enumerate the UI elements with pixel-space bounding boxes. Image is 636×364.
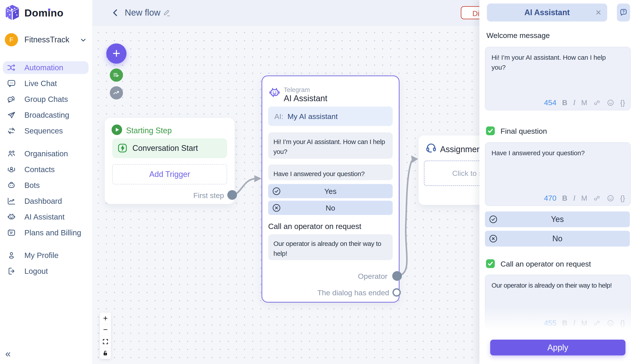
welcome-message-bubble: Hi! I’m your AI assistant. How can I hel… bbox=[268, 132, 393, 159]
macro-button[interactable]: M bbox=[581, 194, 587, 202]
sidebar-item-label: Group Chats bbox=[24, 95, 68, 104]
fit-view-icon bbox=[102, 338, 109, 345]
ai-assistant-panel: AI Assistant ✕ ? Welcome message Hi! I’m… bbox=[480, 0, 636, 364]
back-button[interactable] bbox=[111, 8, 120, 18]
macro-button[interactable]: M bbox=[581, 98, 587, 107]
variables-button[interactable]: {} bbox=[620, 194, 625, 202]
add-trigger-label: Add Trigger bbox=[113, 170, 227, 179]
sidebar-item-organisation[interactable]: Organisation bbox=[3, 147, 88, 160]
operator-port[interactable] bbox=[392, 271, 402, 281]
welcome-message-label: Welcome message bbox=[486, 31, 550, 40]
operator-section-label: Call an operator on request bbox=[268, 222, 361, 231]
sidebar-item-label: AI Assistant bbox=[24, 212, 64, 221]
chevron-down-icon bbox=[80, 36, 87, 44]
canvas-zoom-controls: + − bbox=[100, 313, 111, 359]
welcome-message-textarea[interactable]: Hi! I’m your AI assistant. How can I hel… bbox=[485, 47, 631, 110]
sidebar-item-logout[interactable]: Logout bbox=[3, 265, 88, 278]
dialog-end-port-label: The dialog has ended bbox=[317, 288, 389, 297]
sidebar-item-ai-assistant[interactable]: AI Assistant bbox=[3, 210, 88, 223]
final-question-checkbox[interactable] bbox=[486, 126, 495, 135]
bold-button[interactable]: B bbox=[562, 194, 568, 202]
people-icon bbox=[6, 149, 16, 158]
panel-no-button[interactable]: No bbox=[485, 231, 630, 246]
assignment-title: Assignment bbox=[440, 145, 484, 154]
stats-button[interactable] bbox=[110, 86, 123, 100]
node-no-button[interactable]: No bbox=[268, 201, 393, 215]
sidebar-item-sequences[interactable]: Sequences bbox=[3, 124, 88, 137]
paper-plane-icon bbox=[6, 110, 16, 120]
italic-button[interactable]: I bbox=[573, 194, 576, 202]
add-step-button[interactable]: + bbox=[106, 44, 126, 64]
steps-list-button[interactable] bbox=[110, 68, 123, 82]
starting-step-node[interactable]: Starting Step Conversation Start Add Tri… bbox=[105, 118, 234, 204]
welcome-message-value: Hi! I’m your AI assistant. How can I hel… bbox=[492, 52, 606, 72]
editor-toolbar: 470 B I M {} bbox=[544, 194, 625, 202]
loop-icon bbox=[6, 126, 16, 136]
workspace-avatar: F bbox=[5, 33, 18, 46]
add-trigger-button[interactable]: Add Trigger bbox=[112, 164, 227, 184]
sidebar-item-live-chat[interactable]: Live Chat bbox=[3, 77, 88, 90]
sidebar-item-my-profile[interactable]: My Profile bbox=[3, 249, 88, 262]
sidebar-item-dashboard[interactable]: Dashboard bbox=[3, 195, 88, 208]
operator-checkbox[interactable] bbox=[486, 259, 495, 268]
sidebar-item-contacts[interactable]: Contacts bbox=[3, 163, 88, 176]
panel-no-label: No bbox=[485, 234, 630, 243]
variables-button[interactable]: {} bbox=[620, 98, 625, 107]
unlock-icon bbox=[102, 350, 109, 356]
close-icon[interactable]: ✕ bbox=[595, 8, 602, 17]
link-icon[interactable] bbox=[593, 99, 601, 107]
brand-name: Domino bbox=[24, 7, 64, 19]
play-circle-icon bbox=[112, 124, 122, 135]
panel-yes-label: Yes bbox=[485, 215, 630, 224]
sidebar-item-group-chats[interactable]: Group Chats bbox=[3, 93, 88, 106]
operator-message-bubble: Our operator is already on their way to … bbox=[268, 234, 393, 260]
zoom-out-button[interactable]: − bbox=[100, 324, 111, 336]
sidebar-item-broadcasting[interactable]: Broadcasting bbox=[3, 109, 88, 122]
lock-button[interactable] bbox=[100, 348, 111, 359]
person-icon bbox=[6, 250, 16, 260]
shuffle-icon bbox=[6, 63, 16, 72]
sidebar-item-label: Bots bbox=[24, 181, 40, 190]
sidebar-item-label: Automation bbox=[24, 63, 63, 72]
emoji-icon[interactable] bbox=[606, 99, 614, 107]
help-button[interactable]: ? bbox=[617, 4, 630, 22]
final-question-textarea[interactable]: Have I answered your question? 470 B I M… bbox=[485, 142, 631, 206]
node-yes-button[interactable]: Yes bbox=[268, 184, 393, 198]
flow-title: New flow bbox=[125, 8, 160, 18]
ai-source-prefix: AI: bbox=[274, 112, 284, 120]
dialog-end-port[interactable] bbox=[392, 288, 401, 296]
sidebar-item-plans-and-billing[interactable]: Plans and Billing bbox=[3, 226, 88, 239]
zoom-in-button[interactable]: + bbox=[100, 313, 111, 324]
edit-title-button[interactable] bbox=[162, 8, 171, 18]
check-icon bbox=[486, 259, 495, 268]
conversation-start-row[interactable]: Conversation Start bbox=[112, 138, 227, 158]
sidebar-item-label: Contacts bbox=[24, 165, 55, 174]
question-glyph: ? bbox=[622, 10, 625, 14]
flow-builder-screen: + + − bbox=[0, 0, 636, 364]
ai-assistant-node[interactable]: Telegram AI Assistant AI: My AI assistan… bbox=[262, 76, 400, 302]
collapse-sidebar-button[interactable]: « bbox=[5, 348, 10, 359]
sidebar-item-bots[interactable]: Bots bbox=[3, 179, 88, 192]
robot-icon bbox=[268, 86, 281, 99]
fit-view-button[interactable] bbox=[100, 336, 111, 348]
logout-icon bbox=[6, 266, 16, 276]
panel-yes-button[interactable]: Yes bbox=[485, 212, 630, 227]
help-bubble-icon: ? bbox=[619, 8, 628, 17]
sidebar-item-automation[interactable]: Automation bbox=[3, 61, 88, 74]
workspace-name: FitnessTrack bbox=[24, 35, 70, 44]
first-step-port-label: First step bbox=[193, 191, 224, 200]
panel-header: AI Assistant ✕ bbox=[487, 4, 607, 22]
emoji-icon[interactable] bbox=[606, 194, 614, 202]
conversation-start-label: Conversation Start bbox=[132, 144, 198, 153]
bold-button[interactable]: B bbox=[562, 98, 568, 107]
char-count: 470 bbox=[544, 194, 556, 202]
first-step-port[interactable] bbox=[227, 190, 237, 200]
node-title: AI Assistant bbox=[284, 94, 328, 103]
link-icon[interactable] bbox=[593, 194, 601, 202]
chat-bubble-icon bbox=[6, 78, 16, 88]
italic-button[interactable]: I bbox=[573, 98, 576, 107]
workspace-selector[interactable]: F FitnessTrack bbox=[0, 32, 92, 47]
sidebar-item-label: Organisation bbox=[24, 149, 68, 158]
node-channel: Telegram bbox=[284, 86, 310, 94]
apply-button[interactable]: Apply bbox=[490, 340, 626, 356]
